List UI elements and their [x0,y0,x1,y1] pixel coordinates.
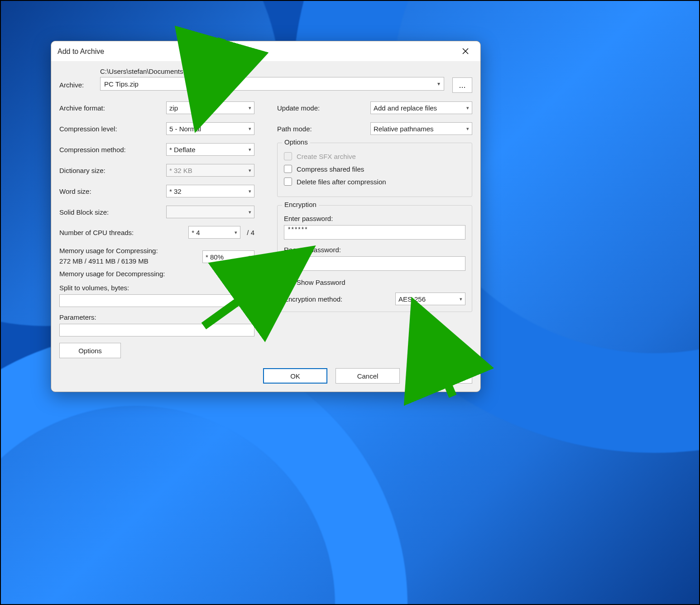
parameters-label: Parameters: [59,313,254,321]
archive-format-select[interactable]: zip ▾ [166,101,254,114]
reenter-password-label: Reenter password: [284,246,465,254]
chevron-down-icon: ▾ [437,81,440,87]
enter-password-label: Enter password: [284,215,465,222]
encryption-method-label: Encryption method: [284,295,342,303]
close-button[interactable] [457,45,474,58]
cancel-button[interactable]: Cancel [336,368,400,384]
path-mode-value: Relative pathnames [374,125,434,133]
chevron-down-icon: ▾ [249,105,251,111]
split-volumes-label: Split to volumes, bytes: [59,284,254,292]
update-mode-select[interactable]: Add and replace files ▾ [370,101,472,114]
mem-compress-pct-select[interactable]: * 80% ▾ [202,250,254,263]
chevron-down-icon: ▾ [249,209,251,215]
ok-button-label: OK [290,372,300,380]
solid-block-size-label: Solid Block size: [59,208,166,216]
solid-block-size-select: ▾ [166,206,254,218]
compression-method-select[interactable]: * Deflate ▾ [166,143,254,156]
dictionary-size-label: Dictionary size: [59,167,166,174]
reenter-password-input[interactable]: ****** [284,256,465,271]
delete-after-checkbox[interactable] [284,178,292,186]
compression-level-label: Compression level: [59,125,166,133]
enter-password-input[interactable]: ****** [284,225,465,240]
dictionary-size-select[interactable]: * 32 KB ▾ [166,164,254,177]
update-mode-label: Update mode: [277,104,370,112]
update-mode-value: Add and replace files [374,104,437,112]
cpu-threads-value: * 4 [192,229,200,236]
browse-button[interactable]: ... [452,77,472,93]
compression-level-value: 5 - Normal [169,125,201,133]
word-size-select[interactable]: * 32 ▾ [166,185,254,197]
options-group: Options Create SFX archive Compress shar… [277,143,472,197]
compress-shared-checkbox[interactable] [284,165,292,173]
compression-level-select[interactable]: 5 - Normal ▾ [166,122,254,135]
dictionary-size-value: * 32 KB [169,167,192,174]
archive-label: Archive: [59,67,92,89]
options-button-label: Options [78,347,102,355]
help-button-label: Help [433,372,447,380]
enter-password-value: ****** [288,226,308,233]
archive-path: C:\Users\stefan\Documents\ [100,67,444,75]
show-password-label: Show Password [297,278,345,286]
mem-compress-pct-value: * 80% [206,253,224,261]
mem-compress-label: Memory usage for Compressing: [59,246,158,256]
compression-method-label: Compression method: [59,146,166,154]
archive-format-label: Archive format: [59,104,166,112]
compression-method-value: * Deflate [169,146,196,154]
browse-button-label: ... [459,81,465,90]
chevron-down-icon: ▾ [466,105,469,111]
word-size-value: * 32 [169,187,182,195]
parameters-input[interactable] [59,324,254,336]
cpu-threads-label: Number of CPU threads: [59,229,188,236]
show-password-checkbox[interactable] [284,278,292,286]
delete-after-label: Delete files after compression [297,178,386,186]
mem-decompress-value: 2 MB [239,270,254,278]
chevron-down-icon: ▾ [460,296,462,302]
create-sfx-checkbox [284,152,292,160]
add-to-archive-dialog: Add to Archive Archive: C:\Users\stefan\… [51,41,481,392]
cancel-button-label: Cancel [357,372,379,380]
help-button[interactable]: Help [408,368,472,384]
cpu-threads-total: / 4 [247,229,254,236]
encryption-legend: Encryption [282,201,319,208]
archive-filename-value: PC Tips.zip [104,80,139,88]
encryption-method-select[interactable]: AES-256 ▾ [395,293,465,305]
options-legend: Options [282,138,310,146]
archive-filename-combo[interactable]: PC Tips.zip ▾ [100,77,444,91]
chevron-down-icon: ▾ [248,297,251,305]
encryption-group: Encryption Enter password: ****** Reente… [277,205,472,312]
window-title: Add to Archive [58,48,104,56]
archive-format-value: zip [169,104,178,112]
encryption-method-value: AES-256 [398,295,426,303]
create-sfx-label: Create SFX archive [297,153,356,160]
chevron-down-icon: ▾ [249,188,251,194]
word-size-label: Word size: [59,187,166,195]
close-icon [462,48,469,56]
mem-compress-values: 272 MB / 4911 MB / 6139 MB [59,256,158,267]
options-button[interactable]: Options [59,343,121,358]
chevron-down-icon: ▾ [249,126,251,132]
chevron-down-icon: ▾ [249,168,251,173]
titlebar: Add to Archive [51,41,480,61]
path-mode-label: Path mode: [277,125,370,133]
reenter-password-value: ****** [288,257,308,264]
chevron-down-icon: ▾ [249,254,251,260]
split-volumes-select[interactable]: ▾ [59,294,254,307]
chevron-down-icon: ▾ [235,230,237,235]
ok-button[interactable]: OK [263,368,327,384]
chevron-down-icon: ▾ [466,126,469,132]
chevron-down-icon: ▾ [249,147,251,153]
cpu-threads-select[interactable]: * 4 ▾ [188,226,240,239]
mem-decompress-label: Memory usage for Decompressing: [59,270,165,278]
compress-shared-label: Compress shared files [297,165,364,173]
path-mode-select[interactable]: Relative pathnames ▾ [370,122,472,135]
